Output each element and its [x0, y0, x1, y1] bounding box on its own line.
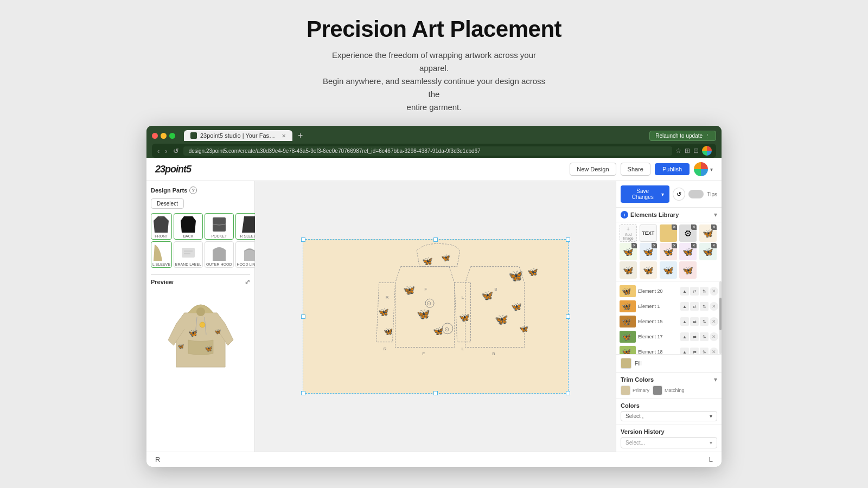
refresh-button[interactable]: ↺ [172, 147, 180, 155]
element-actions-18: ▲ ⇄ ⇅ ✕ [680, 348, 718, 354]
maximize-button[interactable] [169, 133, 175, 139]
version-select[interactable]: Select... ▾ [621, 437, 717, 448]
avatar-chevron[interactable]: ▾ [710, 166, 713, 172]
relaunch-button[interactable]: Relaunch to update ⋮ [649, 131, 716, 141]
forward-button[interactable]: › [164, 147, 168, 155]
flip-h-icon[interactable]: ⇄ [690, 302, 699, 311]
move-up-icon[interactable]: ▲ [680, 317, 689, 326]
flip-h-icon[interactable]: ⇄ [690, 317, 699, 326]
new-design-button[interactable]: New Design [570, 163, 616, 176]
move-up-icon[interactable]: ▲ [680, 332, 689, 341]
trim-collapse-icon[interactable]: ▾ [714, 376, 717, 383]
close-icon[interactable]: ✕ [691, 243, 697, 248]
expand-icon[interactable]: ⤢ [245, 278, 250, 286]
share-button[interactable]: Share [621, 163, 650, 176]
library-collapse-icon[interactable]: ▾ [714, 211, 717, 219]
delete-icon[interactable]: ✕ [710, 332, 718, 341]
user-avatar[interactable] [694, 162, 708, 176]
part-pocket[interactable]: POCKET [205, 213, 233, 240]
flip-h-icon[interactable]: ⇄ [690, 348, 699, 354]
flip-v-icon[interactable]: ⇅ [700, 317, 709, 326]
flip-v-icon[interactable]: ⇅ [700, 348, 709, 354]
scrollbar[interactable] [719, 281, 722, 354]
svg-text:🦋: 🦋 [519, 324, 528, 333]
traffic-lights [152, 133, 175, 139]
butterfly-element-4[interactable]: 🦋 ✕ [660, 243, 677, 260]
trim-content: Primary Matching [621, 386, 717, 395]
colors-dropdown[interactable]: Select , ▾ [621, 411, 717, 421]
trim-matching-swatch[interactable] [653, 386, 662, 395]
add-text-button[interactable]: TEXT [640, 224, 657, 242]
close-icon[interactable]: ✕ [652, 243, 657, 248]
close-icon[interactable]: ✕ [691, 224, 697, 230]
butterfly-element-5[interactable]: 🦋 ✕ [679, 243, 697, 260]
move-up-icon[interactable]: ▲ [680, 287, 689, 296]
design-canvas[interactable]: F B R L F B R L 🦋 🦋 [303, 239, 569, 394]
flip-v-icon[interactable]: ⇅ [700, 332, 709, 341]
app-header: 23point5 New Design Share Publish ▾ [146, 158, 722, 181]
save-changes-button[interactable]: Save Changes ▾ [621, 185, 669, 203]
flip-h-icon[interactable]: ⇄ [690, 332, 699, 341]
svg-point-11 [200, 322, 205, 328]
part-lsleeve[interactable]: L SLEEVE [151, 241, 172, 268]
close-button[interactable] [152, 133, 158, 139]
deselect-button[interactable]: Deselect [151, 198, 184, 209]
minimize-button[interactable] [161, 133, 167, 139]
part-back[interactable]: BACK [174, 213, 203, 240]
move-up-icon[interactable]: ▲ [680, 348, 689, 354]
flip-v-icon[interactable]: ⇅ [700, 287, 709, 296]
part-brandlabel-icon [180, 244, 196, 261]
element-row-18: 🦋 Element 18 ▲ ⇄ ⇅ ✕ [616, 344, 722, 354]
publish-button[interactable]: Publish [655, 163, 690, 175]
flip-h-icon[interactable]: ⇄ [690, 287, 699, 296]
color-element[interactable]: ✕ [660, 224, 677, 242]
active-tab[interactable]: 23point5 studio | Your Fashio... ✕ [184, 130, 292, 141]
close-icon[interactable]: ✕ [672, 243, 677, 248]
close-icon[interactable]: ✕ [672, 224, 677, 230]
butterfly-element-10[interactable]: 🦋 [679, 261, 697, 279]
flip-v-icon[interactable]: ⇅ [700, 302, 709, 311]
back-button[interactable]: ‹ [156, 147, 161, 155]
bookmark-icon[interactable]: ⊞ [685, 147, 690, 155]
address-bar[interactable] [183, 146, 672, 156]
butterfly-element-1[interactable]: 🦋 ✕ [699, 224, 717, 242]
part-front[interactable]: FRONT [151, 213, 172, 240]
butterfly-element-3[interactable]: 🦋 ✕ [640, 243, 657, 260]
part-brandlabel[interactable]: BRAND LABEL [174, 241, 203, 268]
profile-avatar[interactable] [702, 146, 712, 156]
element-thumb-17: 🦋 [620, 331, 636, 343]
undo-button[interactable]: ↺ [673, 188, 685, 201]
butterfly-element-9[interactable]: 🦋 [660, 261, 677, 279]
fill-color-swatch[interactable] [621, 358, 631, 369]
close-icon[interactable]: ✕ [711, 243, 717, 248]
help-icon[interactable]: ? [189, 187, 197, 194]
front-hoodie-svg [154, 216, 169, 233]
svg-text:🦋: 🦋 [622, 332, 631, 342]
delete-icon[interactable]: ✕ [710, 287, 718, 296]
delete-icon[interactable]: ✕ [710, 348, 718, 354]
scrollbar-thumb[interactable] [719, 298, 722, 330]
part-outerhood[interactable]: OUTER HOOD [205, 241, 233, 268]
close-icon[interactable]: ✕ [631, 243, 637, 248]
delete-icon[interactable]: ✕ [710, 317, 718, 326]
move-up-icon[interactable]: ▲ [680, 302, 689, 311]
part-pocket-icon [211, 216, 227, 233]
svg-text:🦋: 🦋 [527, 267, 538, 277]
delete-icon[interactable]: ✕ [710, 302, 718, 311]
tips-toggle[interactable] [688, 190, 704, 198]
extension-icon[interactable]: ⊡ [693, 147, 699, 155]
svg-text:L: L [461, 295, 464, 300]
add-image-button[interactable]: + AddImage [620, 224, 637, 242]
butterfly-element-2[interactable]: 🦋 ✕ [620, 243, 637, 260]
new-tab-button[interactable]: + [295, 131, 306, 140]
gear-element[interactable]: ⚙ ✕ [679, 224, 697, 242]
close-icon[interactable]: ✕ [711, 224, 717, 230]
star-icon[interactable]: ☆ [675, 147, 681, 155]
butterfly-element-7[interactable]: 🦋 [620, 261, 637, 279]
app-logo: 23point5 [155, 164, 191, 175]
butterfly-element-8[interactable]: 🦋 [640, 261, 657, 279]
tab-close-icon[interactable]: ✕ [282, 133, 286, 139]
element-actions-15: ▲ ⇄ ⇅ ✕ [680, 317, 718, 326]
trim-primary-swatch[interactable] [621, 386, 630, 395]
butterfly-element-6[interactable]: 🦋 ✕ [699, 243, 717, 260]
